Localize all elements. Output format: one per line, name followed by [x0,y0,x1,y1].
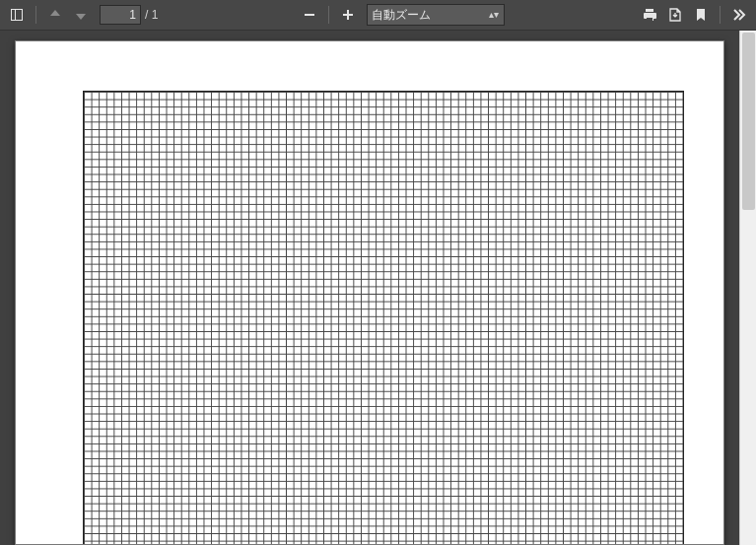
print-icon [642,7,657,23]
chevrons-right-icon [731,7,747,23]
pdf-toolbar: / 1 自動ズーム ▴▾ [0,0,756,31]
download-icon [667,7,683,23]
print-button[interactable] [637,2,662,28]
pdf-page [15,40,724,545]
plus-icon [340,7,356,23]
download-button[interactable] [662,2,688,28]
document-viewer[interactable] [0,31,739,545]
page-number-input[interactable] [100,5,141,25]
zoom-in-button[interactable] [335,2,361,28]
minus-icon [302,7,317,23]
separator [35,6,36,24]
arrow-down-icon [73,7,89,23]
tools-menu-button[interactable] [726,2,752,28]
viewer-area [0,31,756,545]
sidebar-icon [9,7,25,23]
arrow-up-icon [47,7,63,23]
bookmark-icon [693,7,709,23]
vertical-scrollbar[interactable] [739,31,756,545]
prev-page-button[interactable] [42,2,68,28]
svg-rect-0 [305,14,314,16]
next-page-button[interactable] [68,2,94,28]
sidebar-toggle-button[interactable] [4,2,30,28]
scrollbar-thumb[interactable] [742,33,755,210]
zoom-select-wrap: 自動ズーム ▴▾ [361,4,505,26]
bookmark-button[interactable] [688,2,714,28]
separator [720,6,721,24]
zoom-out-button[interactable] [297,2,322,28]
grid-paper-content [83,91,684,545]
page-count-label: / 1 [145,8,158,22]
svg-rect-2 [347,10,349,20]
separator [328,6,329,24]
zoom-select[interactable]: 自動ズーム [367,4,505,26]
